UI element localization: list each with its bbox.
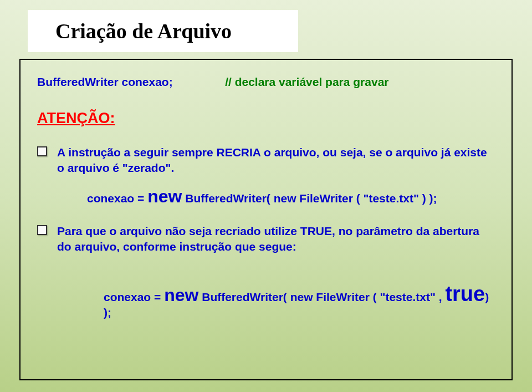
bullet-item-1: A instrução a seguir sempre RECRIA o arq… xyxy=(37,145,495,176)
attention-heading: ATENÇÃO: xyxy=(37,110,495,127)
content-container: BufferedWriter conexao; // declara variá… xyxy=(19,59,513,380)
code-snippet-1: conexao = new BufferedWriter( new FileWr… xyxy=(87,186,495,207)
bullet-box-icon xyxy=(37,225,47,235)
code-line-1: BufferedWriter conexao; // declara variá… xyxy=(37,75,495,89)
bullet-box-icon xyxy=(37,146,47,156)
new-keyword-2: new xyxy=(164,285,198,305)
title-container: Criação de Arquivo xyxy=(28,10,298,52)
code-declaration: BufferedWriter conexao; xyxy=(37,75,173,88)
bullet-text-2: Para que o arquivo não seja recriado uti… xyxy=(57,223,495,255)
snippet1-prefix: conexao = xyxy=(87,192,147,205)
snippet1-suffix: BufferedWriter( new FileWriter ( "teste.… xyxy=(182,192,437,205)
bullet-text-1: A instrução a seguir sempre RECRIA o arq… xyxy=(57,145,495,176)
new-keyword-1: new xyxy=(147,186,182,206)
slide-title: Criação de Arquivo xyxy=(55,19,232,43)
snippet2-mid: BufferedWriter( new FileWriter ( "teste.… xyxy=(198,291,445,303)
code-snippet-2: conexao = new BufferedWriter( new FileWr… xyxy=(104,282,495,319)
bullet-item-2: Para que o arquivo não seja recriado uti… xyxy=(37,223,495,255)
true-keyword: true xyxy=(445,282,485,306)
code-comment: // declara variável para gravar xyxy=(225,75,388,88)
snippet2-prefix: conexao = xyxy=(104,291,164,303)
